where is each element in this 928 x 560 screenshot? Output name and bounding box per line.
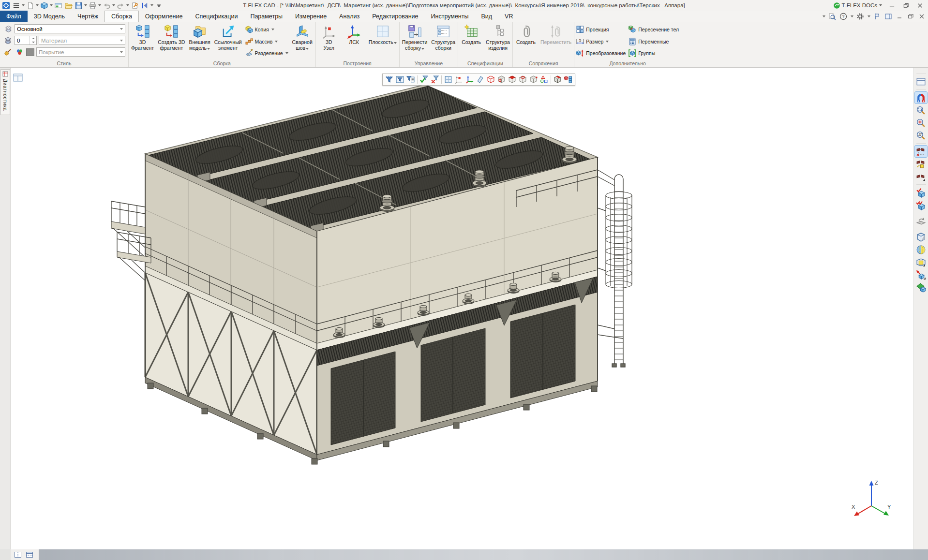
- divide-button[interactable]: Разделение: [245, 49, 288, 58]
- filter-face-circle-icon[interactable]: [496, 74, 507, 85]
- filter-fragment-icon[interactable]: [563, 74, 573, 85]
- create-mate-button[interactable]: Создать: [513, 22, 539, 60]
- menu-tab-specifications[interactable]: Спецификации: [189, 11, 244, 22]
- menu-tab-3d-model[interactable]: 3D Модель: [28, 11, 71, 22]
- selector-accept-icon[interactable]: [419, 74, 429, 85]
- help-caret[interactable]: [851, 15, 853, 17]
- recheck-model-icon[interactable]: [915, 199, 927, 211]
- tflex-docs-button[interactable]: T-FLEX DOCs: [831, 2, 884, 9]
- split-horizontal-icon[interactable]: [25, 550, 34, 560]
- redo-caret[interactable]: [126, 4, 129, 6]
- zoom-window-icon[interactable]: [915, 104, 927, 116]
- shading-mode-icon[interactable]: [915, 244, 927, 255]
- menu-tab-design[interactable]: Оформление: [139, 11, 189, 22]
- filter-workplane-icon[interactable]: [443, 74, 453, 85]
- bounding-box-icon[interactable]: [915, 256, 927, 268]
- restore-button[interactable]: [899, 1, 912, 10]
- tflex-logo-icon[interactable]: [1, 1, 11, 10]
- close-button[interactable]: [913, 1, 926, 10]
- coating-combo[interactable]: Покрытие: [36, 47, 125, 57]
- undo-icon[interactable]: [102, 1, 111, 10]
- new-document-icon[interactable]: [25, 1, 35, 10]
- filter-top-face-icon[interactable]: [507, 74, 517, 85]
- plane-button[interactable]: Плоскость: [367, 22, 399, 60]
- menu-tab-vr[interactable]: VR: [498, 11, 519, 22]
- links-icon[interactable]: [140, 1, 150, 10]
- filter-circle-icon[interactable]: [518, 74, 528, 85]
- help-icon[interactable]: ?: [839, 12, 848, 21]
- settings-caret[interactable]: [868, 15, 870, 17]
- filter-3d-node-icon[interactable]: [454, 74, 464, 85]
- product-structure-button[interactable]: Структура изделия: [484, 22, 512, 60]
- move-mate-button[interactable]: Переместить: [539, 22, 573, 60]
- intersection-button[interactable]: Пересечение тел: [629, 25, 679, 34]
- copy-button[interactable]: Копия: [245, 25, 288, 34]
- filter-sketch-elements-icon[interactable]: [539, 74, 549, 85]
- save-document-icon[interactable]: [74, 1, 83, 10]
- open-document-icon[interactable]: [63, 1, 73, 10]
- projection-button[interactable]: Проекция: [576, 25, 626, 34]
- settings-gear-icon[interactable]: [856, 12, 865, 21]
- check-model-icon[interactable]: [915, 187, 927, 198]
- new-3d-model-caret[interactable]: [50, 4, 53, 6]
- print-icon[interactable]: [88, 1, 97, 10]
- assembly-structure-button[interactable]: Структура сборки: [429, 22, 457, 60]
- filter-plane-icon[interactable]: [475, 74, 485, 85]
- redo-icon[interactable]: [116, 1, 125, 10]
- rotate-view-icon[interactable]: [915, 215, 927, 227]
- menu-tab-editing[interactable]: Редактирование: [366, 11, 424, 22]
- material-view-icon[interactable]: [915, 281, 927, 293]
- menu-tab-measure[interactable]: Измерение: [289, 11, 333, 22]
- menu-tab-view[interactable]: Вид: [475, 11, 498, 22]
- dimension-button[interactable]: 5 Размер: [576, 37, 626, 46]
- style-combo[interactable]: Основной: [15, 24, 125, 33]
- macros-icon[interactable]: [130, 1, 139, 10]
- links-caret[interactable]: [150, 4, 153, 6]
- variables-button[interactable]: Переменные: [629, 37, 679, 46]
- doc-minimize-icon[interactable]: [895, 12, 904, 21]
- selector-filter-list-icon[interactable]: [405, 74, 416, 85]
- menu-tab-file[interactable]: Файл: [0, 11, 28, 22]
- print-caret[interactable]: [98, 4, 101, 6]
- zoom-dynamic-icon[interactable]: [915, 117, 927, 129]
- search-icon[interactable]: [828, 12, 837, 21]
- save-caret[interactable]: [84, 4, 87, 6]
- level-down-arrow[interactable]: [30, 41, 36, 45]
- level-up-arrow[interactable]: [30, 36, 36, 41]
- material-combo[interactable]: Материал: [39, 36, 125, 45]
- undo-caret[interactable]: [112, 4, 115, 6]
- selector-filter-icon[interactable]: [384, 74, 394, 85]
- array-button[interactable]: Массив: [245, 37, 288, 46]
- external-model-button[interactable]: Внешняя модель: [187, 22, 212, 60]
- page-properties-icon[interactable]: [915, 76, 927, 88]
- create-3d-fragment-button[interactable]: Создать 3D фрагмент: [156, 22, 187, 60]
- create-specification-button[interactable]: Создать: [459, 22, 484, 60]
- display-options-icon[interactable]: [915, 171, 927, 182]
- ribbon-options-caret[interactable]: [823, 15, 825, 17]
- new-document-caret[interactable]: [36, 4, 39, 6]
- coating-swatch[interactable]: [26, 48, 34, 56]
- weld-seam-button[interactable]: Сварной шов: [290, 22, 315, 60]
- lcs-button[interactable]: ЛСК: [342, 22, 367, 60]
- menu-tab-drawing[interactable]: Чертёж: [71, 11, 105, 22]
- minimize-button[interactable]: [885, 1, 898, 10]
- section-view-icon[interactable]: [915, 269, 927, 280]
- doc-close-icon[interactable]: [917, 12, 926, 21]
- doc-restore-icon[interactable]: [906, 12, 915, 21]
- flag-icon[interactable]: [873, 12, 882, 21]
- filter-lcs-icon[interactable]: [464, 74, 475, 85]
- move-assembly-button[interactable]: Перенести сборку: [400, 22, 430, 60]
- reference-element-button[interactable]: Ссылочный элемент: [212, 22, 244, 60]
- menu-tab-tools[interactable]: Инструменты: [425, 11, 475, 22]
- app-menu-icon[interactable]: [11, 1, 21, 10]
- transform-button[interactable]: Преобразование: [576, 49, 626, 58]
- selector-filter-dialog-icon[interactable]: [395, 74, 405, 85]
- view-cube-icon[interactable]: [915, 231, 927, 243]
- panel-layout-icon[interactable]: [884, 12, 893, 21]
- object-snap-icon[interactable]: [915, 92, 927, 103]
- scene-panel-toggle-icon[interactable]: [13, 73, 23, 83]
- groups-button[interactable]: Группы: [629, 49, 679, 58]
- new-drawing-icon[interactable]: [53, 1, 63, 10]
- app-menu-caret[interactable]: [22, 4, 25, 6]
- menu-tab-assembly[interactable]: Сборка: [105, 11, 139, 22]
